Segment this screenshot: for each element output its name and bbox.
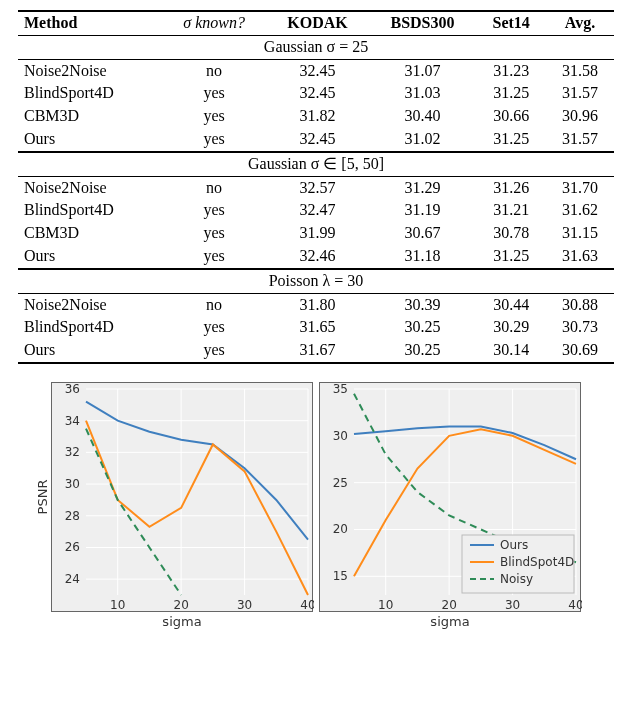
svg-text:10: 10: [110, 598, 125, 612]
table-row: Ours yes 32.45 31.02 31.25 31.57: [18, 128, 614, 152]
col-avg: Avg.: [546, 11, 614, 35]
table-row: Ours yes 32.46 31.18 31.25 31.63: [18, 245, 614, 269]
cell-known: no: [162, 176, 266, 199]
cell-bsds: 31.02: [369, 128, 477, 152]
table-row: BlindSport4D yes 32.47 31.19 31.21 31.62: [18, 199, 614, 222]
col-bsds: BSDS300: [369, 11, 477, 35]
cell-set14: 31.26: [476, 176, 546, 199]
cell-known: no: [162, 293, 266, 316]
cell-set14: 31.25: [476, 245, 546, 269]
cell-kodak: 31.80: [266, 293, 369, 316]
cell-bsds: 30.67: [369, 222, 477, 245]
cell-avg: 31.58: [546, 59, 614, 82]
table-row: Noise2Noise no 32.45 31.07 31.23 31.58: [18, 59, 614, 82]
cell-bsds: 31.18: [369, 245, 477, 269]
section-title-row: Gaussian σ ∈ [5, 50]: [18, 152, 614, 176]
cell-avg: 30.96: [546, 105, 614, 128]
svg-text:Noisy: Noisy: [500, 572, 533, 586]
cell-bsds: 31.07: [369, 59, 477, 82]
cell-set14: 31.21: [476, 199, 546, 222]
cell-bsds: 31.03: [369, 82, 477, 105]
table-row: Ours yes 31.67 30.25 30.14 30.69: [18, 339, 614, 363]
svg-text:30: 30: [65, 477, 80, 491]
cell-method: Ours: [18, 245, 162, 269]
cell-kodak: 32.45: [266, 82, 369, 105]
col-sigma-known: σ known?: [162, 11, 266, 35]
cell-bsds: 30.25: [369, 339, 477, 363]
table-row: BlindSport4D yes 31.65 30.25 30.29 30.73: [18, 316, 614, 339]
cell-kodak: 31.67: [266, 339, 369, 363]
svg-text:30: 30: [505, 598, 520, 612]
section-title-row: Gaussian σ = 25: [18, 35, 614, 59]
cell-method: Ours: [18, 128, 162, 152]
cell-known: yes: [162, 222, 266, 245]
svg-text:34: 34: [65, 414, 80, 428]
col-set14: Set14: [476, 11, 546, 35]
cell-method: BlindSport4D: [18, 199, 162, 222]
chart-left-pair: PSNR 1020304024262830323436 sigma: [51, 382, 313, 629]
svg-text:28: 28: [65, 509, 80, 523]
cell-kodak: 32.57: [266, 176, 369, 199]
svg-text:40: 40: [300, 598, 314, 612]
svg-text:Ours: Ours: [500, 538, 528, 552]
x-axis-label: sigma: [162, 614, 201, 629]
svg-text:20: 20: [442, 598, 457, 612]
svg-text:BlindSpot4D: BlindSpot4D: [500, 555, 574, 569]
cell-avg: 31.63: [546, 245, 614, 269]
cell-avg: 31.57: [546, 82, 614, 105]
cell-method: Ours: [18, 339, 162, 363]
svg-text:25: 25: [333, 476, 348, 490]
cell-avg: 31.15: [546, 222, 614, 245]
cell-kodak: 31.82: [266, 105, 369, 128]
cell-known: yes: [162, 199, 266, 222]
table-row: CBM3D yes 31.99 30.67 30.78 31.15: [18, 222, 614, 245]
cell-method: BlindSport4D: [18, 316, 162, 339]
cell-method: CBM3D: [18, 105, 162, 128]
cell-bsds: 30.25: [369, 316, 477, 339]
cell-kodak: 31.65: [266, 316, 369, 339]
cell-avg: 31.57: [546, 128, 614, 152]
table-row: BlindSport4D yes 32.45 31.03 31.25 31.57: [18, 82, 614, 105]
cell-set14: 30.14: [476, 339, 546, 363]
cell-set14: 30.29: [476, 316, 546, 339]
svg-text:32: 32: [65, 445, 80, 459]
table-header-row: Method σ known? KODAK BSDS300 Set14 Avg.: [18, 11, 614, 35]
cell-kodak: 31.99: [266, 222, 369, 245]
svg-text:30: 30: [333, 429, 348, 443]
svg-text:15: 15: [333, 569, 348, 583]
svg-text:36: 36: [65, 383, 80, 396]
cell-method: Noise2Noise: [18, 293, 162, 316]
cell-known: yes: [162, 245, 266, 269]
cell-avg: 31.70: [546, 176, 614, 199]
cell-known: yes: [162, 128, 266, 152]
svg-text:30: 30: [237, 598, 252, 612]
cell-method: CBM3D: [18, 222, 162, 245]
cell-known: no: [162, 59, 266, 82]
cell-known: yes: [162, 339, 266, 363]
section-title: Poisson λ = 30: [269, 271, 364, 292]
cell-set14: 31.23: [476, 59, 546, 82]
cell-kodak: 32.45: [266, 59, 369, 82]
cell-known: yes: [162, 316, 266, 339]
cell-avg: 30.88: [546, 293, 614, 316]
cell-kodak: 32.45: [266, 128, 369, 152]
chart-right: 102030401520253035OursBlindSpot4DNoisy: [319, 382, 581, 612]
svg-text:24: 24: [65, 572, 80, 586]
cell-set14: 31.25: [476, 82, 546, 105]
cell-bsds: 30.40: [369, 105, 477, 128]
cell-bsds: 31.19: [369, 199, 477, 222]
y-axis-label: PSNR: [35, 480, 50, 515]
svg-text:40: 40: [568, 598, 582, 612]
section-title: Gaussian σ = 25: [264, 37, 368, 58]
cell-method: BlindSport4D: [18, 82, 162, 105]
svg-text:20: 20: [174, 598, 189, 612]
table-row: Noise2Noise no 31.80 30.39 30.44 30.88: [18, 293, 614, 316]
section-title-row: Poisson λ = 30: [18, 269, 614, 293]
table-row: Noise2Noise no 32.57 31.29 31.26 31.70: [18, 176, 614, 199]
chart-right-pair: 102030401520253035OursBlindSpot4DNoisy s…: [319, 382, 581, 629]
cell-kodak: 32.46: [266, 245, 369, 269]
cell-bsds: 31.29: [369, 176, 477, 199]
cell-avg: 30.69: [546, 339, 614, 363]
cell-method: Noise2Noise: [18, 176, 162, 199]
col-kodak: KODAK: [266, 11, 369, 35]
